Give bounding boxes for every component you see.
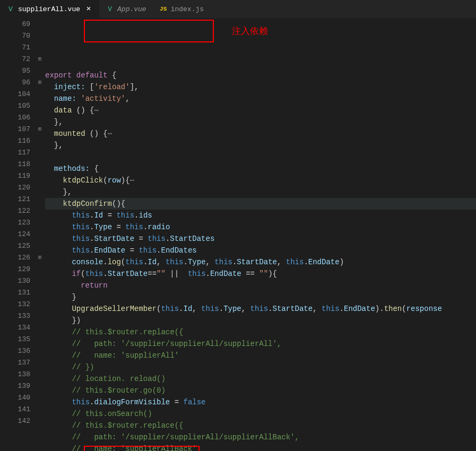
fold-marker (34, 135, 45, 147)
code-line[interactable]: // this.$router.replace({ (45, 420, 476, 431)
code-line[interactable]: // this.$router.go(0) (45, 385, 476, 396)
editor-area[interactable]: 6970717295961041051061071161171181191201… (0, 19, 476, 451)
code-line[interactable]: this.Id = this.ids (45, 210, 476, 221)
code-line[interactable]: return (45, 280, 476, 291)
fold-marker (34, 89, 45, 100)
code-line[interactable]: ktdpConfirm(){ (45, 198, 476, 210)
vue-icon: V (106, 5, 114, 13)
line-number: 116 (0, 135, 30, 147)
line-number: 104 (0, 89, 30, 100)
line-number: 107 (0, 124, 30, 135)
code-line[interactable]: data () {⋯ (45, 105, 476, 116)
fold-marker (34, 415, 45, 427)
code-line[interactable]: }) (45, 315, 476, 326)
fold-marker[interactable]: ⊞ (34, 77, 45, 89)
code-line[interactable]: // this.onSearch() (45, 408, 476, 420)
code-line[interactable]: this.EndDate = this.EndDates (45, 245, 476, 256)
fold-marker (34, 42, 45, 54)
fold-marker (34, 310, 45, 322)
fold-marker[interactable]: ⊞ (34, 54, 45, 65)
code-line[interactable]: } (45, 291, 476, 303)
code-line[interactable]: }, (45, 140, 476, 151)
fold-marker (34, 182, 45, 194)
fold-marker (34, 159, 45, 170)
line-number: 135 (0, 334, 30, 345)
line-number: 122 (0, 205, 30, 217)
code-line[interactable]: // path: '/supplier/supplierAll/supplier… (45, 338, 476, 350)
line-number: 134 (0, 322, 30, 334)
fold-marker (34, 264, 45, 275)
fold-marker (34, 112, 45, 124)
line-number: 95 (0, 65, 30, 77)
line-number: 138 (0, 369, 30, 380)
fold-marker (34, 205, 45, 217)
vue-icon: V (6, 5, 15, 13)
code-line[interactable] (45, 151, 476, 163)
fold-marker[interactable]: ⊞ (34, 252, 45, 264)
fold-marker (34, 217, 45, 229)
line-number: 141 (0, 404, 30, 415)
code-line[interactable]: export default { (45, 70, 476, 81)
line-number: 119 (0, 170, 30, 182)
code-line[interactable]: this.Type = this.radio (45, 221, 476, 233)
code-line[interactable]: methods: { (45, 163, 476, 175)
fold-marker (34, 369, 45, 380)
code-line[interactable]: name: 'activity', (45, 93, 476, 105)
tab-appvue[interactable]: V App.vue (99, 0, 153, 18)
code-line[interactable]: // path: '/supplier/supplierAll/supplier… (45, 431, 476, 443)
tab-indexjs[interactable]: JS index.js (153, 0, 210, 18)
fold-marker (34, 147, 45, 159)
code-line[interactable]: // this.$router.replace({ (45, 326, 476, 338)
code-line[interactable]: mounted () {⋯ (45, 128, 476, 140)
fold-marker (34, 334, 45, 345)
line-number: 129 (0, 264, 30, 275)
fold-marker (34, 19, 45, 30)
line-number: 132 (0, 299, 30, 310)
line-number: 130 (0, 275, 30, 287)
fold-marker (34, 299, 45, 310)
line-number: 137 (0, 357, 30, 369)
line-number: 106 (0, 112, 30, 124)
fold-marker[interactable]: ⊞ (34, 124, 45, 135)
line-number: 126 (0, 252, 30, 264)
code-line[interactable]: }, (45, 186, 476, 198)
fold-marker (34, 65, 45, 77)
tab-label: App.vue (117, 5, 146, 13)
fold-marker (34, 345, 45, 357)
code-line[interactable]: console.log(this.Id, this.Type, this.Sta… (45, 256, 476, 268)
fold-marker (34, 322, 45, 334)
line-number: 120 (0, 182, 30, 194)
line-number: 139 (0, 380, 30, 392)
code-line[interactable]: ktdpClick(row){⋯ (45, 175, 476, 186)
fold-marker (34, 380, 45, 392)
code-line[interactable]: this.dialogFormVisible = false (45, 396, 476, 408)
line-number: 131 (0, 287, 30, 299)
annotation-inject: 注入依赖 (232, 25, 268, 37)
tab-supplierall[interactable]: V supplierAll.vue × (0, 0, 99, 18)
code-line[interactable]: // }) (45, 361, 476, 373)
code-line[interactable]: UpgradeSellerMember(this.Id, this.Type, … (45, 303, 476, 315)
code-line[interactable]: // location. reload() (45, 373, 476, 385)
line-number: 125 (0, 240, 30, 252)
line-number: 140 (0, 392, 30, 404)
line-number: 71 (0, 42, 30, 54)
code-line[interactable]: }, (45, 116, 476, 128)
line-number: 123 (0, 217, 30, 229)
code-content[interactable]: 注入依赖 直接调用this.reload() export default { … (45, 19, 476, 451)
line-number-gutter: 6970717295961041051061071161171181191201… (0, 19, 34, 451)
line-number: 70 (0, 30, 30, 42)
code-line[interactable]: this.StartDate = this.StartDates (45, 233, 476, 245)
code-line[interactable]: if(this.StartDate=="" || this.EndDate ==… (45, 268, 476, 280)
code-line[interactable]: // name: 'supplierAllBack' (45, 443, 476, 451)
fold-marker (34, 229, 45, 240)
close-icon[interactable]: × (84, 5, 93, 13)
fold-marker (34, 194, 45, 205)
fold-marker (34, 30, 45, 42)
code-line[interactable]: // name: 'supplierAll' (45, 350, 476, 361)
fold-gutter[interactable]: ⊞⊞⊞⊞ (34, 19, 45, 451)
fold-marker (34, 275, 45, 287)
tab-label: supplierAll.vue (18, 5, 80, 13)
fold-marker (34, 240, 45, 252)
code-line[interactable]: inject: ['reload'], (45, 81, 476, 93)
tab-bar: V supplierAll.vue × V App.vue JS index.j… (0, 0, 476, 19)
